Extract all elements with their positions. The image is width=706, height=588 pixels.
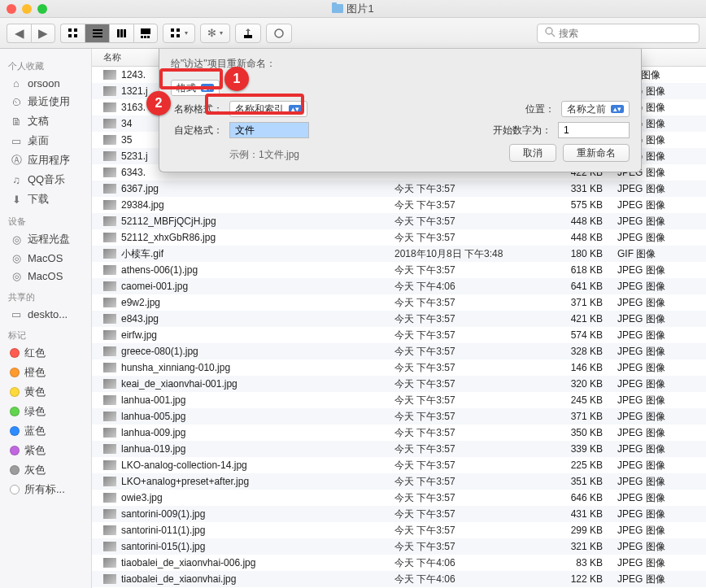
search-input[interactable] [559, 28, 692, 39]
file-name: LKO-analog-collection-14.jpg [121, 460, 247, 471]
sidebar-tag-item[interactable]: 蓝色 [0, 421, 91, 441]
sidebar-item[interactable]: ◎远程光盘 [0, 229, 91, 249]
file-size: 321 KB [551, 541, 614, 552]
file-date: 今天 下午3:57 [394, 524, 551, 538]
file-row[interactable]: LKO-analog-collection-14.jpg今天 下午3:57225… [92, 457, 706, 473]
file-name: santorini-009(1).jpg [121, 508, 205, 520]
file-kind: JPEG 图像 [614, 296, 706, 310]
file-name: 34 [121, 118, 132, 129]
arrange-button[interactable]: ▾ [163, 24, 195, 43]
file-row[interactable]: e9w2.jpg今天 下午3:57371 KBJPEG 图像 [92, 294, 706, 311]
sidebar-item[interactable]: ▭deskto... [0, 305, 91, 323]
file-row[interactable]: LKO+analog+preset+after.jpg今天 下午3:57351 … [92, 473, 706, 490]
back-button[interactable]: ◀ [7, 24, 31, 43]
sidebar-tag-item[interactable]: 所有标... [0, 480, 91, 499]
sidebar-tag-item[interactable]: 橙色 [0, 363, 91, 382]
file-name: e843.jpg [121, 313, 159, 324]
file-size: 299 KB [551, 525, 614, 536]
forward-button[interactable]: ▶ [31, 24, 55, 43]
file-thumbnail-icon [103, 281, 116, 291]
file-row[interactable]: 29384.jpg今天 下午3:57575 KBJPEG 图像 [92, 197, 706, 213]
file-row[interactable]: greece-080(1).jpg今天 下午3:57328 KBJPEG 图像 [92, 343, 706, 359]
file-kind: JPEG 图像 [614, 182, 706, 196]
sidebar-item[interactable]: ◎MacOS [0, 249, 91, 267]
file-name: tiaobalei_de_xiaonvhai.jpg [121, 573, 236, 585]
file-row[interactable]: keai_de_xiaonvhai-001.jpg今天 下午3:57320 KB… [92, 376, 706, 392]
file-size: 421 KB [551, 313, 614, 324]
sidebar-item[interactable]: ⬇下载 [0, 189, 91, 209]
file-row[interactable]: eirfw.jpg今天 下午3:57574 KBJPEG 图像 [92, 327, 706, 343]
file-kind: JPEG 图像 [614, 377, 706, 391]
file-row[interactable]: tiaobalei_de_xiaonvhai-006.jpg今天 下午4:068… [92, 555, 706, 571]
file-row[interactable]: 52112_MBFjQCjH.jpg今天 下午3:57448 KBJPEG 图像 [92, 213, 706, 229]
view-icon-button[interactable] [60, 24, 85, 43]
file-row[interactable]: caomei-001.jpg今天 下午4:06641 KBJPEG 图像 [92, 278, 706, 294]
sidebar-tag-item[interactable]: 灰色 [0, 460, 91, 480]
file-row[interactable]: owie3.jpg今天 下午3:57646 KBJPEG 图像 [92, 490, 706, 506]
sidebar-item[interactable]: ⏲最近使用 [0, 92, 91, 111]
sidebar-tag-item[interactable]: 黄色 [0, 382, 91, 402]
file-thumbnail-icon [103, 525, 116, 535]
window-minimize-button[interactable] [22, 4, 32, 14]
file-row[interactable]: lanhua-001.jpg今天 下午3:57245 KBJPEG 图像 [92, 392, 706, 408]
sidebar-icon: ♫ [10, 173, 23, 186]
file-row[interactable]: 52112_xhxGbR86.jpg今天 下午3:57448 KBJPEG 图像 [92, 229, 706, 246]
position-select[interactable]: 名称之前▴▾ [561, 101, 630, 117]
file-thumbnail-icon [103, 102, 116, 112]
file-thumbnail-icon [103, 542, 116, 551]
file-kind: JPEG 图像 [614, 491, 706, 505]
file-name: 6343. [121, 167, 146, 178]
cancel-button[interactable]: 取消 [509, 144, 556, 162]
sidebar-item[interactable]: ⌂orsoon [0, 74, 91, 92]
file-row[interactable]: e843.jpg今天 下午3:57421 KBJPEG 图像 [92, 311, 706, 327]
file-row[interactable]: santorini-009(1).jpg今天 下午3:57431 KBJPEG … [92, 506, 706, 522]
sidebar-item[interactable]: ◎MacOS [0, 267, 91, 285]
file-row[interactable]: santorini-011(1).jpg今天 下午3:57299 KBJPEG … [92, 522, 706, 538]
file-name: tiaobalei_de_xiaonvhai-006.jpg [121, 557, 255, 568]
view-gallery-button[interactable] [133, 24, 158, 43]
view-column-button[interactable] [109, 24, 133, 43]
view-list-button[interactable] [85, 24, 109, 43]
start-number-input[interactable] [558, 122, 630, 138]
sidebar-icon: ▭ [10, 134, 23, 147]
file-row[interactable]: lanhua-009.jpg今天 下午3:57350 KBJPEG 图像 [92, 425, 706, 441]
file-row[interactable]: santorini-015(1).jpg今天 下午3:57321 KBJPEG … [92, 538, 706, 555]
svg-rect-6 [93, 36, 102, 37]
file-row[interactable]: athens-006(1).jpg今天 下午3:57618 KBJPEG 图像 [92, 262, 706, 278]
file-row[interactable]: 小椟车.gif2018年10月8日 下午3:48180 KBGIF 图像 [92, 246, 706, 262]
file-row[interactable]: lanhua-005.jpg今天 下午3:57371 KBJPEG 图像 [92, 408, 706, 425]
file-date: 今天 下午3:57 [394, 345, 551, 359]
sidebar-tag-item[interactable]: 红色 [0, 343, 91, 363]
window-zoom-button[interactable] [37, 4, 47, 14]
file-size: 646 KB [551, 492, 614, 503]
file-row[interactable]: lanhua-019.jpg今天 下午3:57339 KBJPEG 图像 [92, 441, 706, 457]
sidebar-tag-item[interactable]: 绿色 [0, 402, 91, 421]
sidebar-item-label: 所有标... [24, 482, 65, 497]
custom-format-input[interactable] [229, 122, 309, 138]
sidebar-item[interactable]: ▭桌面 [0, 131, 91, 150]
position-value: 名称之前 [567, 102, 606, 116]
file-thumbnail-icon [103, 509, 116, 519]
file-name: 6367.jpg [121, 183, 159, 194]
svg-rect-11 [141, 36, 143, 38]
rename-button[interactable]: 重新命名 [563, 144, 630, 162]
sidebar-tag-item[interactable]: 紫色 [0, 441, 91, 460]
file-size: 180 KB [551, 248, 614, 259]
file-kind: JPEG 图像 [614, 264, 706, 277]
sidebar-item[interactable]: 🗎文稿 [0, 111, 91, 131]
file-row[interactable]: 6367.jpg今天 下午3:57331 KBJPEG 图像 [92, 181, 706, 197]
file-row[interactable]: tiaobalei_de_xiaonvhai.jpg今天 下午4:06122 K… [92, 571, 706, 587]
search-field[interactable] [537, 24, 699, 43]
window-close-button[interactable] [7, 4, 16, 14]
action-button[interactable]: ✻▾ [200, 24, 230, 43]
tags-button[interactable] [266, 24, 292, 43]
name-format-select[interactable]: 名称和索引▴▾ [229, 101, 307, 117]
share-button[interactable] [235, 24, 261, 43]
format-select[interactable]: 格式▴▾ [171, 80, 220, 96]
file-row[interactable]: hunsha_xinniang-010.jpg今天 下午3:57146 KBJP… [92, 359, 706, 376]
sidebar-item[interactable]: Ⓐ应用程序 [0, 150, 91, 170]
sidebar-item-label: 黄色 [24, 385, 46, 399]
file-kind: JPEG 图像 [614, 345, 706, 359]
svg-rect-4 [93, 29, 102, 31]
sidebar-item[interactable]: ♫QQ音乐 [0, 170, 91, 189]
